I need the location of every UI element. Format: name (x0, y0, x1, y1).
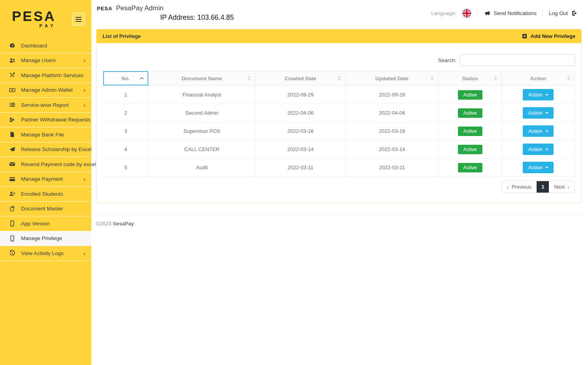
cell-updated-date: 2022-04-06 (346, 104, 439, 122)
next-page-button[interactable]: Next › (549, 181, 575, 193)
file-icon (9, 131, 16, 138)
sidebar-item-view-activity-logs[interactable]: View Activity Logs › (0, 246, 91, 261)
caret-down-icon (545, 167, 548, 168)
current-page-button[interactable]: 1 (537, 181, 549, 193)
user-plus-icon (9, 191, 16, 197)
cell-created-date: 2022-04-06 (255, 104, 346, 122)
search-row: Search: (103, 54, 575, 66)
action-dropdown-button[interactable]: Action (523, 125, 553, 137)
brand-logo-small: PESA (97, 6, 112, 11)
sidebar-item-label: Dashboard (21, 43, 47, 49)
bullhorn-icon (484, 10, 491, 17)
dashboard-icon (9, 42, 16, 49)
sidebar-item-service-wise-report[interactable]: Service-wise Report › (0, 98, 91, 113)
chevron-right-icon: › (83, 176, 85, 182)
column-header-created-date[interactable]: Created Date (255, 71, 346, 86)
divider (543, 9, 543, 17)
sidebar-item-label: Manage Payment (21, 176, 63, 182)
cell-status: Active (439, 159, 502, 177)
sidebar-item-label: Manage Bank File (21, 132, 64, 138)
caret-down-icon (545, 112, 548, 114)
cell-action: Action (502, 104, 575, 122)
status-badge[interactable]: Active (458, 90, 482, 100)
cell-created-date: 2022-09-29 (255, 86, 346, 104)
action-dropdown-button[interactable]: Action (523, 144, 553, 155)
sort-carets-icon (567, 76, 570, 81)
table-row: 1 Financial Analyst 2022-09-29 2022-09-2… (103, 86, 575, 104)
sidebar-item-manage-bank-file[interactable]: Manage Bank File (0, 127, 91, 142)
panel-header: List of Privilege Add New Privilege (96, 29, 581, 43)
sort-carets-icon (494, 76, 497, 81)
uk-flag-icon[interactable] (462, 9, 471, 18)
pesapay-logo: PESA PAY (12, 10, 56, 28)
send-notifications-button[interactable]: Send Notifications (484, 10, 537, 17)
cell-no: 3 (103, 122, 149, 140)
column-header-action[interactable]: Action (502, 71, 575, 86)
search-input[interactable] (460, 54, 575, 66)
caret-down-icon (545, 130, 548, 132)
add-new-privilege-button[interactable]: Add New Privilege (521, 33, 575, 40)
history-icon (9, 250, 16, 257)
sidebar-item-enrolled-students[interactable]: Enrolled Students (0, 187, 91, 202)
action-dropdown-button[interactable]: Action (523, 162, 553, 173)
pagination: ‹ Previous 1 Next › (501, 181, 575, 193)
paper-plane-icon (9, 146, 16, 153)
sidebar-item-label: Manage Privilege (21, 235, 62, 241)
chevron-left-icon: ‹ (507, 184, 509, 190)
pagination-row: ‹ Previous 1 Next › (103, 181, 575, 193)
search-label: Search: (438, 57, 456, 63)
previous-page-button[interactable]: ‹ Previous (502, 181, 537, 193)
caret-up-icon (140, 77, 144, 81)
sidebar-item-label: App Version (21, 221, 50, 227)
cell-no: 5 (103, 159, 149, 177)
sidebar-item-label: View Activity Logs (21, 250, 64, 256)
sidebar-item-manage-users[interactable]: Manage Users › (0, 53, 91, 68)
column-header-updated-date[interactable]: Updated Date (346, 71, 439, 86)
sidebar-item-manage-admin-wallet[interactable]: Manage Admin Wallet › (0, 83, 91, 98)
users-icon (9, 57, 16, 64)
sidebar-item-label: Manage Platform Services (21, 72, 83, 78)
cell-document-name: Second Admin (148, 104, 255, 122)
cell-status: Active (439, 140, 502, 159)
chevron-right-icon: › (567, 184, 569, 190)
status-badge[interactable]: Active (458, 145, 482, 154)
sidebar-item-resend-payment-code-by-excel[interactable]: Resend Payment code by excel (0, 157, 91, 172)
chevron-right-icon: › (83, 87, 85, 93)
sidebar-item-manage-payment[interactable]: Manage Payment › (0, 172, 91, 187)
chevron-right-icon: › (83, 102, 85, 108)
sidebar-item-manage-platform-services[interactable]: Manage Platform Services (0, 68, 91, 83)
sidebar-item-manage-privilege[interactable]: Manage Privilege (0, 231, 91, 246)
cell-updated-date: 2022-09-29 (346, 86, 439, 104)
sidebar-item-release-scholarship-by-excel[interactable]: Release Scholarship by Excel (0, 142, 91, 157)
status-badge[interactable]: Active (458, 127, 482, 136)
status-badge[interactable]: Active (458, 108, 482, 118)
cell-updated-date: 2022-03-16 (346, 122, 439, 140)
action-dropdown-button[interactable]: Action (523, 107, 553, 119)
status-badge[interactable]: Active (458, 163, 482, 172)
table-row: 4 CALL CENTER 2022-03-14 2022-03-14 Acti… (103, 140, 575, 159)
chevron-right-icon: › (83, 57, 85, 63)
cell-created-date: 2022-03-11 (255, 159, 346, 177)
sidebar-logo-row: PESA PAY (0, 0, 91, 38)
cell-updated-date: 2022-03-14 (346, 140, 439, 159)
log-out-button[interactable]: Log Out (549, 10, 578, 17)
column-header-status[interactable]: Status (439, 71, 502, 86)
column-header-document-name[interactable]: Document Name (148, 71, 255, 86)
sidebar-item-partner-withdrawal-requests[interactable]: Partner Withdrawal Requests (0, 113, 91, 128)
sidebar: PESA PAY Dashboard Manage Users › (0, 0, 91, 365)
sidebar-item-dashboard[interactable]: Dashboard (0, 38, 91, 53)
sidebar-item-app-version[interactable]: App Version (0, 216, 91, 231)
cell-document-name: Supervisor POS (148, 122, 255, 140)
cell-action: Action (502, 86, 575, 104)
privilege-panel: List of Privilege Add New Privilege Sear… (96, 29, 582, 203)
plus-square-icon (521, 33, 528, 40)
sidebar-item-label: Document Master (21, 206, 63, 212)
privilege-table: No. Document Name (103, 71, 575, 177)
cell-document-name: Financial Analyst (148, 86, 255, 104)
log-out-icon (571, 10, 578, 17)
sidebar-item-document-master[interactable]: Document Master (0, 202, 91, 217)
menu-toggle-button[interactable] (72, 13, 85, 26)
column-header-no[interactable]: No. (103, 71, 149, 86)
action-dropdown-button[interactable]: Action (523, 89, 553, 100)
cell-created-date: 2022-03-16 (255, 122, 346, 140)
